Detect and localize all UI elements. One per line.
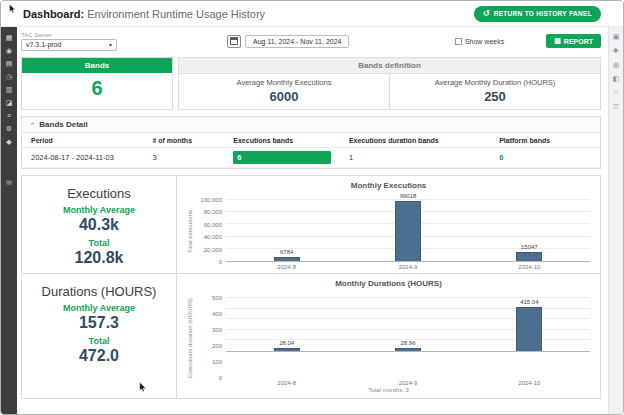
col-period: Period bbox=[22, 133, 143, 148]
dashboard-icon[interactable]: ▦ bbox=[6, 34, 13, 41]
top-header: Dashboard: Environment Runtime Usage His… bbox=[1, 1, 623, 27]
dashboard-window: { "colors": { "accent_green": "#0fa558",… bbox=[0, 0, 624, 415]
add-icon[interactable]: ✚ bbox=[613, 47, 619, 54]
y-axis-label: Total executions bbox=[187, 200, 196, 262]
bar-value-label: 6784 bbox=[280, 249, 293, 255]
mouse-cursor bbox=[139, 382, 148, 393]
bands-summary-row: Bands 6 Bands definition Average Monthly… bbox=[21, 57, 601, 110]
y-tick-label: 500 bbox=[212, 295, 222, 301]
page-title: Dashboard: Environment Runtime Usage His… bbox=[23, 8, 265, 20]
plot-area: 67849901815047 bbox=[226, 200, 590, 262]
x-axis: 2024-82024-92024-10 bbox=[226, 378, 590, 386]
monitoring-icon[interactable]: ◪ bbox=[6, 99, 13, 106]
tac-server-group: TAC Server v7.3.1-prod ▾ bbox=[21, 32, 117, 51]
x-tick-label: 2024-8 bbox=[227, 378, 347, 386]
tac-server-select[interactable]: v7.3.1-prod ▾ bbox=[21, 39, 117, 51]
chart-body: Executions duration (HOURS) 010020030040… bbox=[187, 298, 590, 378]
total-value: 120.8k bbox=[26, 249, 172, 267]
avg-monthly-duration-value: 250 bbox=[390, 89, 600, 104]
col-executions-bands: Executions bands bbox=[224, 133, 340, 148]
total-label: Total bbox=[26, 238, 172, 248]
date-range-group: Aug 11, 2024 - Nov 11, 2024 bbox=[227, 35, 349, 48]
mouse-cursor bbox=[9, 4, 17, 14]
y-tick-label: 60,000 bbox=[204, 222, 222, 228]
panel-icon[interactable]: ▣ bbox=[613, 33, 620, 40]
y-tick-label: 300 bbox=[212, 327, 222, 333]
y-axis-ticks: 0100200300400500 bbox=[196, 298, 226, 378]
cell-platform-bands: 6 bbox=[490, 148, 600, 168]
avg-monthly-executions-value: 6000 bbox=[179, 89, 389, 104]
right-sidebar: ▣ ✚ ◍ ◧ ☆ ▽ bbox=[608, 27, 623, 414]
chart-body: Total executions 020,00040,00060,00080,0… bbox=[187, 200, 590, 262]
x-tick-label: 2024-8 bbox=[227, 262, 347, 270]
report-button[interactable]: ▤ REPORT bbox=[546, 34, 601, 48]
tac-server-value: v7.3.1-prod bbox=[26, 41, 61, 48]
executions-band-bar: 6 bbox=[233, 151, 331, 164]
bar-value-label: 28.04 bbox=[279, 340, 294, 346]
monthly-average-value: 157.3 bbox=[26, 314, 172, 332]
col-platform-bands: Platform bands bbox=[490, 133, 600, 148]
bar-value-label: 99018 bbox=[400, 193, 417, 199]
bands-count-value: 6 bbox=[22, 73, 172, 106]
bar-2024-9: 99018 bbox=[348, 200, 468, 261]
y-axis-label: Executions duration (HOURS) bbox=[187, 298, 196, 378]
col-months: # of months bbox=[143, 133, 224, 148]
bands-detail-toggle[interactable]: ^ Bands Detail bbox=[22, 117, 600, 133]
monthly-average-label: Monthly Average bbox=[26, 303, 172, 313]
logs-icon[interactable]: ≡ bbox=[7, 112, 11, 119]
total-months-footnote: Total months: 3 bbox=[187, 387, 590, 395]
record-icon[interactable]: ◍ bbox=[613, 61, 619, 68]
notifications-icon[interactable]: ◆ bbox=[6, 138, 11, 145]
x-axis: 2024-82024-92024-10 bbox=[226, 262, 590, 270]
table-row[interactable]: 2024-08-17 - 2024-11-03 3 6 1 6 bbox=[22, 148, 600, 168]
return-button-label: RETURN TO HISTORY PANEL bbox=[494, 10, 592, 17]
show-weeks-checkbox[interactable] bbox=[455, 38, 462, 45]
bands-detail-title: Bands Detail bbox=[39, 120, 87, 129]
tac-server-label: TAC Server bbox=[21, 32, 117, 38]
bar-2024-9: 28.96 bbox=[348, 298, 468, 351]
bar-2024-8: 28.04 bbox=[227, 298, 347, 351]
total-label: Total bbox=[26, 336, 172, 346]
bars-container: 28.0428.96415.04 bbox=[226, 298, 590, 351]
calendar-button[interactable] bbox=[227, 35, 241, 48]
cell-months: 3 bbox=[143, 148, 224, 168]
monthly-average-label: Monthly Average bbox=[26, 205, 172, 215]
projects-icon[interactable]: ▤ bbox=[6, 60, 13, 67]
executions-stats-panel: Executions Monthly Average 40.3k Total 1… bbox=[22, 176, 177, 273]
monthly-durations-chart: Monthly Durations (HOURS) Executions dur… bbox=[177, 274, 600, 398]
plot-area: 28.0428.96415.04 bbox=[226, 298, 590, 352]
bands-panel: Bands 6 bbox=[21, 57, 173, 110]
x-tick-label: 2024-10 bbox=[469, 262, 589, 270]
bar-2024-10: 15047 bbox=[469, 200, 589, 261]
chevron-down-icon: ▾ bbox=[109, 41, 112, 48]
y-tick-label: 100,000 bbox=[200, 197, 222, 203]
date-range-input[interactable]: Aug 11, 2024 - Nov 11, 2024 bbox=[245, 35, 349, 48]
durations-stats-panel: Durations (HOURS) Monthly Average 157.3 … bbox=[22, 274, 177, 398]
y-tick-label: 20,000 bbox=[204, 247, 222, 253]
monthly-executions-chart: Monthly Executions Total executions 020,… bbox=[177, 176, 600, 273]
split-view-icon[interactable]: ◧ bbox=[613, 75, 620, 82]
scheduler-icon[interactable]: ◷ bbox=[6, 73, 12, 80]
servers-icon[interactable]: ▥ bbox=[6, 86, 13, 93]
star-icon[interactable]: ☆ bbox=[613, 89, 619, 96]
chart-title: Monthly Durations (HOURS) bbox=[187, 279, 590, 288]
y-tick-label: 0 bbox=[219, 259, 222, 265]
executions-row: Executions Monthly Average 40.3k Total 1… bbox=[22, 176, 600, 273]
show-weeks-group: Show weeks bbox=[455, 38, 504, 45]
bands-definition-header: Bands definition bbox=[179, 58, 600, 74]
show-weeks-label: Show weeks bbox=[465, 38, 504, 45]
bars-container: 67849901815047 bbox=[226, 200, 590, 261]
y-axis-ticks: 020,00040,00060,00080,000100,000 bbox=[196, 200, 226, 262]
collapse-icon[interactable]: ▽ bbox=[613, 103, 618, 110]
y-tick-label: 80,000 bbox=[204, 209, 222, 215]
chat-icon[interactable]: ✉ bbox=[6, 179, 12, 186]
settings-icon[interactable]: ⚙ bbox=[6, 125, 12, 132]
x-tick-label: 2024-9 bbox=[348, 262, 468, 270]
users-icon[interactable]: ◉ bbox=[6, 47, 12, 54]
bar-2024-10: 415.04 bbox=[469, 298, 589, 351]
return-to-history-button[interactable]: ↺ RETURN TO HISTORY PANEL bbox=[474, 6, 601, 22]
x-tick-label: 2024-10 bbox=[469, 378, 589, 386]
bar-value-label: 28.96 bbox=[400, 340, 415, 346]
x-tick-label: 2024-9 bbox=[348, 378, 468, 386]
table-header-row: Period # of months Executions bands Exec… bbox=[22, 133, 600, 148]
